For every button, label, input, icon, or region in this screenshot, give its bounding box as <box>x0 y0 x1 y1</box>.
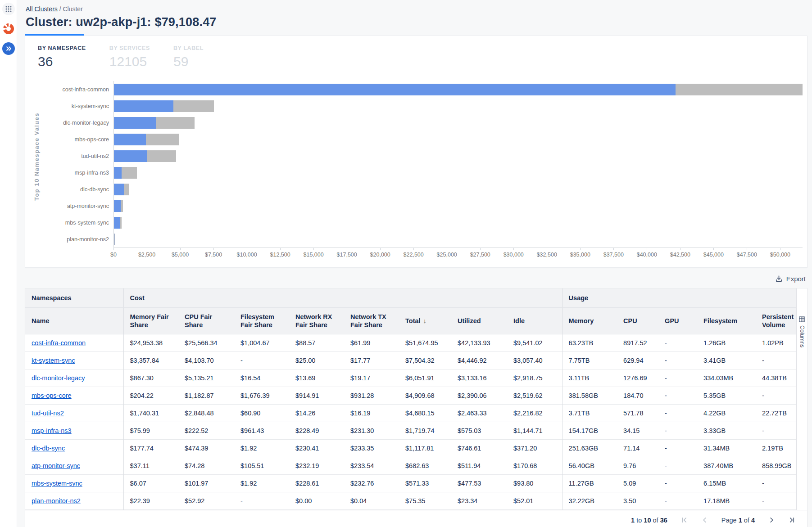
column-header-idle[interactable]: Idle <box>507 307 562 334</box>
next-page-button[interactable] <box>768 517 775 523</box>
bar-segment-idle <box>124 184 129 195</box>
bar-segment-utilized <box>114 184 124 195</box>
chart-bar-row[interactable] <box>114 148 803 164</box>
x-axis-tick <box>647 248 647 250</box>
bar-segment-idle <box>122 167 137 179</box>
chart-category-label: cost-infra-common <box>46 81 113 98</box>
column-header-network-tx-fair-share[interactable]: Network TX Fair Share <box>344 307 399 334</box>
previous-page-button[interactable] <box>701 517 708 523</box>
data-cell: - <box>658 474 697 492</box>
page-current: 1 <box>739 517 742 524</box>
column-header-persistent-volume[interactable]: Persistent Volume <box>756 307 796 334</box>
data-cell: $3,133.16 <box>451 369 507 387</box>
chart-bar-row[interactable] <box>114 214 803 231</box>
stat-tab-by-services[interactable]: BY SERVICES12105 <box>109 45 150 69</box>
first-page-button[interactable] <box>681 517 688 523</box>
chart-category-label: mbs-system-sync <box>46 214 113 231</box>
column-header-memory-fair-share[interactable]: Memory Fair Share <box>123 307 178 334</box>
namespace-link[interactable]: plan-monitor-ns2 <box>32 497 81 504</box>
x-axis-tick-label: $7,500 <box>205 252 222 258</box>
stat-tab-by-label[interactable]: BY LABEL59 <box>173 45 204 69</box>
data-cell: $682.63 <box>399 457 451 474</box>
table-row: mbs-system-sync$6.07$101.97$1.92$228.61$… <box>25 474 796 492</box>
data-cell: $2,390.06 <box>451 387 507 404</box>
chart-y-axis-label: Top 10 Namespace Values <box>33 113 40 201</box>
bar-segment-utilized <box>114 150 147 162</box>
namespace-link[interactable]: tud-util-ns2 <box>32 410 64 417</box>
column-header-memory[interactable]: Memory <box>562 307 617 334</box>
column-header-utilized[interactable]: Utilized <box>451 307 507 334</box>
data-cell: 4.22GB <box>697 404 756 422</box>
namespace-cell: atp-monitor-sync <box>25 457 123 474</box>
column-header-gpu[interactable]: GPU <box>658 307 697 334</box>
data-cell: $61.99 <box>344 334 399 351</box>
data-cell: $1,144.71 <box>507 422 562 439</box>
apps-grid-icon[interactable] <box>2 3 15 15</box>
data-cell: $101.97 <box>178 474 234 492</box>
data-cell: $867.30 <box>123 369 178 387</box>
data-cell: $0.04 <box>344 492 399 509</box>
chart-category-label: mbs-ops-core <box>46 131 113 148</box>
column-header-cpu[interactable]: CPU <box>617 307 658 334</box>
chart-bar-row[interactable] <box>114 114 803 131</box>
namespace-link[interactable]: kt-system-sync <box>32 357 75 364</box>
chart-bar-row[interactable] <box>114 98 803 114</box>
chart-category-label: tud-util-ns2 <box>46 148 113 164</box>
namespace-link[interactable]: dlc-db-sync <box>32 445 65 452</box>
x-axis-tick-label: $17,500 <box>337 252 357 258</box>
stat-tab-by-namespace[interactable]: BY NAMESPACE36 <box>38 45 86 69</box>
data-cell: 184.70 <box>617 387 658 404</box>
bar-segment-idle <box>156 117 195 129</box>
column-header-name[interactable]: Name <box>25 307 123 334</box>
data-cell: - <box>658 369 697 387</box>
data-cell: $60.90 <box>234 404 289 422</box>
column-header-total[interactable]: Total ↓ <box>399 307 451 334</box>
stat-tabs: BY NAMESPACE36BY SERVICES12105BY LABEL59 <box>25 36 807 71</box>
table-row: tud-util-ns2$1,740.31$2,848.48$60.90$14.… <box>25 404 796 422</box>
expand-sidebar-button[interactable] <box>2 42 15 55</box>
data-cell: - <box>658 351 697 369</box>
range-from: 1 <box>631 517 635 524</box>
data-cell: $42,133.93 <box>451 334 507 351</box>
column-header-network-rx-fair-share[interactable]: Network RX Fair Share <box>289 307 344 334</box>
namespace-link[interactable]: mbs-system-sync <box>32 480 82 487</box>
chart-bar-row[interactable] <box>114 181 803 198</box>
download-icon <box>775 275 783 283</box>
data-cell: $228.49 <box>289 422 344 439</box>
namespace-link[interactable]: msp-infra-ns3 <box>32 427 72 434</box>
namespace-link[interactable]: dlc-monitor-legacy <box>32 374 85 382</box>
chart-bar-row[interactable] <box>114 131 803 148</box>
x-axis-tick-label: $10,000 <box>236 252 257 258</box>
data-cell: 17.18MB <box>697 492 756 509</box>
data-cell: $2,463.33 <box>451 404 507 422</box>
bar-segment-utilized <box>114 217 120 229</box>
data-cell: 334.03MB <box>697 369 756 387</box>
bar-segment-idle <box>147 150 177 162</box>
data-cell: 31.34MB <box>697 439 756 457</box>
chart-bar-row[interactable] <box>114 231 803 248</box>
table-card: Namespaces Cost Usage NameMemory Fair Sh… <box>25 288 807 527</box>
x-axis-tick <box>447 248 447 250</box>
chart-bar-row[interactable] <box>114 81 803 98</box>
kubecost-logo[interactable] <box>2 23 15 35</box>
data-cell: $75.99 <box>123 422 178 439</box>
namespace-link[interactable]: mbs-ops-core <box>32 392 72 399</box>
data-cell: $233.54 <box>344 457 399 474</box>
chart-bar-row[interactable] <box>114 198 803 214</box>
column-header-cpu-fair-share[interactable]: CPU Fair Share <box>178 307 234 334</box>
breadcrumb-all-clusters-link[interactable]: All Clusters <box>26 5 58 13</box>
x-axis-tick <box>147 248 147 250</box>
column-header-filesystem[interactable]: Filesystem <box>697 307 756 334</box>
data-cell: $6,051.91 <box>399 369 451 387</box>
namespace-link[interactable]: atp-monitor-sync <box>32 462 80 469</box>
data-cell: $204.22 <box>123 387 178 404</box>
export-button[interactable]: Export <box>775 275 806 283</box>
column-header-filesystem-fair-share[interactable]: Filesystem Fair Share <box>234 307 289 334</box>
columns-panel-toggle[interactable]: Columns <box>796 288 807 510</box>
data-cell: 3.33GB <box>697 422 756 439</box>
data-cell: $7,504.32 <box>399 351 451 369</box>
chart-bar-row[interactable] <box>114 164 803 181</box>
last-page-button[interactable] <box>789 517 795 523</box>
namespace-link[interactable]: cost-infra-common <box>32 339 86 347</box>
namespaces-table: Namespaces Cost Usage NameMemory Fair Sh… <box>25 288 796 510</box>
